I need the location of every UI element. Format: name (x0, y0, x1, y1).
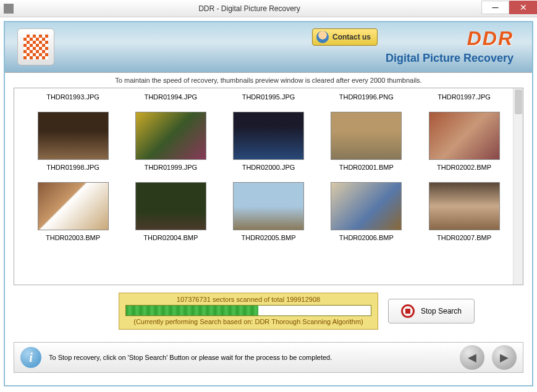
thumbnail-image (135, 182, 206, 230)
thumbnail-label: THDR01996.PNG (320, 93, 413, 101)
footer-bar: i To Stop recovery, click on 'Stop Searc… (14, 342, 523, 373)
progress-box: 107376731 sectors scanned of total 19991… (119, 293, 378, 330)
thumbnail-label: THDR02000.JPG (222, 164, 315, 171)
thumbnail-item[interactable]: THDR02007.BMP (418, 182, 510, 241)
thumbnail-image (233, 112, 304, 160)
titlebar: DDR - Digital Picture Recovery ─ ✕ (0, 0, 537, 17)
thumbnail-item[interactable]: THDR02001.BMP (320, 112, 413, 171)
close-button[interactable]: ✕ (509, 1, 537, 14)
thumbnail-item[interactable]: THDR01998.JPG (27, 112, 119, 171)
thumbnail-item[interactable]: THDR02004.BMP (124, 182, 217, 241)
brand-logo: DDR (467, 27, 514, 50)
thumbnail-image (429, 182, 500, 230)
thumbnail-item[interactable]: THDR02000.JPG (222, 112, 315, 171)
person-icon (316, 31, 329, 43)
back-button[interactable]: ◀ (460, 345, 484, 370)
thumbnail-item[interactable]: THDR02006.BMP (320, 182, 413, 241)
scrollbar[interactable] (513, 88, 523, 285)
header-banner: Contact us DDR Digital Picture Recovery (5, 22, 532, 73)
thumbnail-item[interactable]: THDR01993.JPG (27, 93, 119, 101)
thumbnail-label: THDR01995.JPG (222, 93, 315, 101)
forward-button[interactable]: ▶ (492, 345, 517, 370)
thumbnail-image (38, 182, 109, 230)
stop-search-button[interactable]: Stop Search (388, 299, 475, 323)
thumbnail-image (135, 112, 206, 160)
brand-subtitle: Digital Picture Recovery (386, 52, 514, 65)
thumbnail-label: THDR01998.JPG (27, 164, 119, 171)
thumbnail-item[interactable]: THDR01996.PNG (320, 93, 413, 101)
thumbnail-label: THDR02001.BMP (320, 164, 413, 171)
thumbnail-label: THDR02002.BMP (418, 164, 510, 171)
thumbnail-image (38, 112, 109, 160)
minimize-button[interactable]: ─ (481, 1, 509, 14)
thumbnail-label: THDR01999.JPG (124, 164, 217, 171)
progress-row: 107376731 sectors scanned of total 19991… (14, 293, 523, 330)
thumbnails-panel: THDR01993.JPGTHDR01994.JPGTHDR01995.JPGT… (14, 88, 523, 285)
contact-us-button[interactable]: Contact us (312, 28, 378, 46)
thumbnail-item[interactable]: THDR02003.BMP (27, 182, 119, 241)
thumbnail-item[interactable]: THDR02005.BMP (222, 182, 315, 241)
progress-text: 107376731 sectors scanned of total 19991… (125, 296, 371, 303)
stop-label: Stop Search (421, 307, 462, 315)
thumbnail-label: THDR02006.BMP (320, 234, 413, 241)
app-logo (17, 28, 54, 65)
info-icon: i (20, 347, 41, 368)
stop-icon (401, 304, 415, 318)
footer-tip: To Stop recovery, click on 'Stop Search'… (49, 354, 452, 361)
thumbnail-image (429, 112, 500, 160)
thumbnail-item[interactable]: THDR02002.BMP (418, 112, 510, 171)
thumbnail-image (331, 182, 402, 230)
thumbnail-label: THDR02007.BMP (418, 234, 510, 241)
thumbnail-image (233, 182, 304, 230)
app-icon (4, 4, 14, 14)
main-window: Contact us DDR Digital Picture Recovery … (4, 21, 533, 386)
thumbnail-item[interactable]: THDR01995.JPG (222, 93, 315, 101)
thumbnail-label: THDR02003.BMP (27, 234, 119, 241)
window-title: DDR - Digital Picture Recovery (17, 4, 481, 13)
thumbnail-image (331, 112, 402, 160)
contact-label: Contact us (332, 33, 371, 41)
thumbnail-label: THDR02005.BMP (222, 234, 315, 241)
thumbnail-label: THDR01993.JPG (27, 93, 119, 101)
thumbnail-item[interactable]: THDR01999.JPG (124, 112, 217, 171)
progress-bar (125, 305, 371, 316)
thumbnail-label: THDR01994.JPG (124, 93, 217, 101)
progress-fill (126, 306, 258, 315)
thumbnail-label: THDR01997.JPG (418, 93, 510, 101)
thumbnail-item[interactable]: THDR01994.JPG (124, 93, 217, 101)
info-notice: To maintain the speed of recovery, thumb… (5, 73, 532, 88)
thumbnail-item[interactable]: THDR01997.JPG (418, 93, 510, 101)
progress-subtext: (Currently performing Search based on: D… (125, 318, 371, 325)
thumbnail-label: THDR02004.BMP (124, 234, 217, 241)
